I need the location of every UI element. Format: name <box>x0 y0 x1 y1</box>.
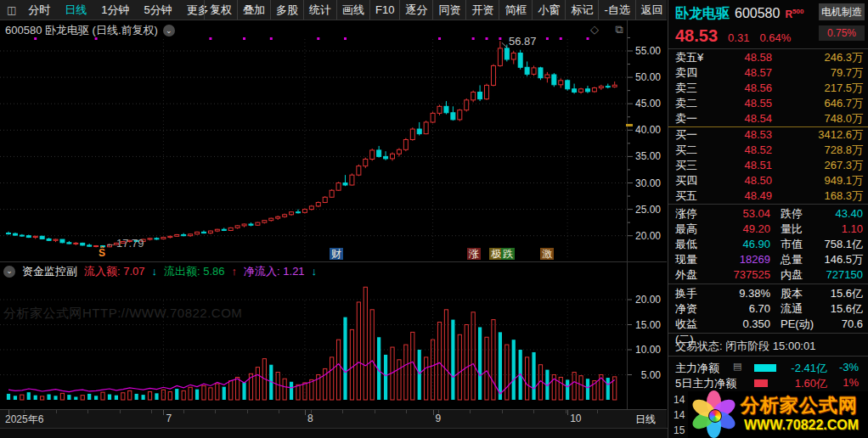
ask-row[interactable]: 卖一48.54748.0万 <box>668 111 868 127</box>
main-net-row: 主力净额 ▤ -2.41亿 -3% <box>668 361 868 374</box>
signal-marker: 跌 <box>501 248 515 260</box>
toolbar-item[interactable]: 逐分 <box>399 0 432 20</box>
stat-label: 股本 <box>770 286 816 301</box>
toolbar-item-active[interactable]: 日线 <box>65 3 87 18</box>
stat-value: 737525 <box>713 267 770 283</box>
toolbar-item[interactable]: -自选 <box>598 0 634 20</box>
stat-label: 流通 <box>770 301 816 317</box>
list-icon[interactable]: ▤ <box>733 361 741 372</box>
ask-label: 卖五¥ <box>675 50 724 65</box>
gridlines: 55.0050.0045.0040.0035.0030.0025.0020.00… <box>0 20 661 409</box>
divider <box>668 284 868 284</box>
arrow-up-icon: ↑ <box>232 265 238 278</box>
candlestick-chart[interactable]: 55.0050.0045.0040.0035.0030.0025.0020.00… <box>0 20 667 409</box>
x-axis-label: 7 <box>166 413 172 424</box>
signal-marker: 激 <box>540 248 554 260</box>
stat-row: 净资6.70流通15.6亿 <box>668 301 868 317</box>
ask-volume: 246.3万 <box>772 50 868 65</box>
arrow-down-icon: ↓ <box>152 265 158 278</box>
bid-row[interactable]: 买二48.52728.8万 <box>668 143 868 158</box>
arrow-down-icon: ↓ <box>312 265 318 278</box>
last-price: 48.53 <box>675 26 718 46</box>
ask-price: 48.55 <box>724 96 772 111</box>
ask-row[interactable]: 卖四48.5779.7万 <box>668 65 868 81</box>
bid-volume: 728.8万 <box>772 143 868 158</box>
bid-row[interactable]: 买三48.51267.3万 <box>668 158 868 173</box>
stat-value: 146.5万 <box>816 252 868 267</box>
x-axis-minor-tick <box>56 410 57 413</box>
bid-row[interactable]: 买五48.49168.3万 <box>668 188 868 204</box>
stat-label: 换手 <box>675 286 713 301</box>
main-net-label: 主力净额 <box>675 361 719 376</box>
stat-value: 9.38% <box>713 286 770 301</box>
time-label: 14 <box>674 409 685 421</box>
stat-label: 外盘 <box>675 267 713 283</box>
ask-price: 48.58 <box>724 50 772 65</box>
divider <box>668 333 868 334</box>
bid-row[interactable]: 买四48.50949.1万 <box>668 173 868 188</box>
toolbar-item[interactable]: 叠加 <box>237 0 270 20</box>
toolbar-item[interactable]: 统计 <box>303 0 336 20</box>
bid-price: 48.50 <box>724 173 772 188</box>
toolbar-item[interactable]: 简框 <box>499 0 532 20</box>
bid-label: 买二 <box>675 143 724 158</box>
y-axis-label: 20.00 <box>635 230 661 242</box>
toolbar-item-period[interactable]: 1分钟 <box>101 3 129 18</box>
toolbar-item[interactable]: 同资 <box>432 0 465 20</box>
watermark: 分析家公式网HTTP://WWW.70822.COM <box>3 306 242 322</box>
stat-value: 18269 <box>713 252 770 267</box>
price-change-pct: 0.64% <box>759 31 791 44</box>
panel-divider <box>0 261 667 262</box>
stat-label: 跌停 <box>770 206 816 222</box>
toolbar-item[interactable]: 开资 <box>465 0 499 20</box>
toolbar-item[interactable]: 小窗 <box>532 0 565 20</box>
ask-label: 卖一 <box>675 111 724 126</box>
industry-badge[interactable]: 电机制造 <box>819 3 865 20</box>
toolbar-item[interactable]: 标记 <box>565 0 598 20</box>
flower-logo-icon <box>691 392 737 438</box>
divider <box>668 204 868 205</box>
x-axis-minor-tick <box>215 410 216 413</box>
x-axis-minor-tick <box>151 410 152 413</box>
subchart-header: ⌄ 资金监控副 流入额: 7.07 ↓ 流出额: 5.86 ↑ 净流入: 1.2… <box>3 264 317 278</box>
ask-price: 48.56 <box>724 81 772 96</box>
stat-value: 46.90 <box>713 237 770 252</box>
x-axis-tick <box>567 410 568 415</box>
ask-label: 卖四 <box>675 65 724 81</box>
day5-net-row: 5日主力净额 1.60亿 1% <box>668 376 868 390</box>
x-axis-label: 10 <box>570 413 581 424</box>
toolbar-item-period[interactable]: 5分钟 <box>144 3 172 18</box>
bid-volume: 168.3万 <box>772 188 868 204</box>
ask-row[interactable]: 卖三48.56217.5万 <box>668 81 868 96</box>
stat-row: 换手9.38%股本15.6亿 <box>668 286 868 301</box>
site-name: 分析家公式网 <box>741 393 858 418</box>
stat-value: 70.6 <box>816 317 868 347</box>
toolbar-item[interactable]: 画线 <box>336 0 369 20</box>
y-axis-label: 20.00 <box>635 294 661 306</box>
x-axis-minor-tick <box>533 410 534 413</box>
inflow-value: 流入额: 7.07 <box>84 264 145 279</box>
chevron-down-icon[interactable]: ⌄ <box>3 266 15 278</box>
day5-net-pct: 1% <box>828 376 859 389</box>
day5-net-value: 1.60亿 <box>751 376 827 391</box>
toolbar-item[interactable]: 多股 <box>270 0 303 20</box>
toolbar-item[interactable]: 返回 <box>635 0 669 20</box>
bid-row[interactable]: 买一48.533412.6万 <box>668 127 868 143</box>
toolbar-item[interactable]: F10 <box>369 0 399 20</box>
ask-row[interactable]: 卖五¥48.58246.3万 <box>668 50 868 65</box>
site-logo: 分析家公式网 WWW.70822.COM <box>688 391 868 438</box>
bid-label: 买三 <box>675 158 724 173</box>
x-axis-minor-tick <box>120 410 121 413</box>
window-layout-icon[interactable]: ◫ <box>7 4 16 16</box>
y-axis-label: 30.00 <box>635 177 661 189</box>
toolbar-item-period[interactable]: 分时 <box>28 3 50 18</box>
ask-row[interactable]: 卖二48.55646.7万 <box>668 96 868 111</box>
x-axis-minor-tick <box>470 410 471 413</box>
stats-grid-2: 换手9.38%股本15.6亿净资6.70流通15.6亿收益(二)0.350PE(… <box>668 286 868 332</box>
toolbar-tools-group: 复权叠加多股统计画线F10逐分同资开资简框小窗标记-自选返回 <box>204 0 669 20</box>
price-row: 48.53 0.31 0.64% <box>675 26 791 46</box>
bid-volume: 3412.6万 <box>772 127 868 143</box>
toolbar-item[interactable]: 复权 <box>204 0 237 20</box>
divider <box>668 356 868 357</box>
x-axis-minor-tick <box>247 410 248 413</box>
